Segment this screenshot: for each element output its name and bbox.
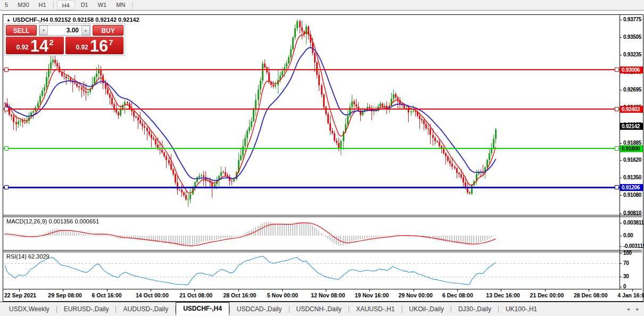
- sell-price-main: 14: [30, 38, 48, 54]
- price-level-tag: 0.91206: [620, 184, 643, 191]
- line-handle[interactable]: [4, 68, 9, 72]
- volume-increase-button[interactable]: ▲: [81, 26, 90, 35]
- line-handle[interactable]: [615, 107, 619, 111]
- price-axis-tick: 0.92695: [623, 87, 641, 93]
- timeframe-H1[interactable]: H1: [34, 0, 51, 10]
- tab-usdchf-h4[interactable]: USDCHF-,H4: [176, 302, 229, 315]
- chart-window: ▲USDCHF-,H4 0.92152 0.92158 0.92142 0.92…: [3, 14, 643, 302]
- timeframe-toolbar: 5M30H1H4D1W1MN: [0, 0, 644, 11]
- buy-price-button[interactable]: 0.92 16 7: [65, 37, 123, 54]
- axis-tick-mark: [620, 246, 622, 247]
- tab-eurusd-daily[interactable]: EURUSD-,Daily: [57, 303, 116, 315]
- timeframe-D1[interactable]: D1: [76, 0, 93, 10]
- date-axis-label: 22 Sep 2021: [4, 292, 36, 298]
- axis-tick-mark: [620, 263, 622, 264]
- date-axis-tick: [632, 289, 633, 292]
- date-axis-label: 21 Oct 08:00: [179, 292, 212, 298]
- macd-label: MACD(12,26,9) 0.001356 0.000651: [6, 218, 99, 224]
- price-level-tag: 0.93006: [620, 66, 643, 73]
- buy-price-main: 16: [90, 38, 108, 54]
- tab-scroll-arrows: ◄ ►: [626, 302, 640, 316]
- axis-tick-mark: [620, 20, 622, 20]
- rsi-name: RSI(14): [6, 253, 27, 260]
- date-axis-tick: [63, 289, 63, 292]
- axis-tick-mark: [620, 37, 622, 38]
- tab-usdx-weekly[interactable]: USDX,Weekly: [2, 303, 56, 315]
- date-axis-label: 13 Dec 16:00: [486, 292, 520, 298]
- price-level-tag: 0.92403: [620, 106, 643, 113]
- date-axis-tick: [107, 289, 108, 292]
- tab-scroll-right-icon[interactable]: ►: [635, 307, 640, 312]
- timeframe-M30[interactable]: M30: [13, 0, 34, 10]
- buy-button[interactable]: BUY: [93, 25, 123, 36]
- date-axis-tick: [326, 289, 326, 292]
- rsi-axis-label: 30: [623, 273, 629, 279]
- date-axis-label: 14 Oct 00:00: [136, 292, 169, 298]
- chart-title: ▲USDCHF-,H4 0.92152 0.92158 0.92142 0.92…: [6, 16, 139, 23]
- price-axis-tick: 0.93775: [623, 16, 641, 22]
- tab-uk100-h1[interactable]: UK100-,H1: [499, 303, 544, 315]
- tab-scroll-left-icon[interactable]: ◄: [626, 307, 630, 312]
- date-axis: 22 Sep 202129 Sep 08:006 Oct 16:0014 Oct…: [3, 289, 642, 301]
- line-handle[interactable]: [615, 185, 619, 189]
- volume-decrease-button[interactable]: ▼: [39, 26, 48, 35]
- rsi-panel[interactable]: RSI(14) 62.3029: [3, 252, 620, 289]
- date-axis-label: 19 Nov 16:00: [354, 292, 389, 298]
- volume-spinner: ▼ ▲: [39, 25, 90, 36]
- date-axis-label: 5 Nov 00:00: [267, 292, 298, 298]
- date-axis-label: 29 Nov 00:00: [399, 292, 433, 298]
- tab-dj30-daily[interactable]: DJ30-,Daily: [451, 303, 498, 315]
- date-axis-label: 28 Oct 16:00: [224, 292, 257, 298]
- line-handle[interactable]: [615, 68, 619, 72]
- sell-price-prefix: 0.92: [16, 44, 28, 51]
- axis-tick-mark: [620, 253, 622, 254]
- sell-price-button[interactable]: 0.92 14 2: [6, 37, 64, 54]
- macd-axis-label: 0.003811: [623, 220, 644, 226]
- horizontal-level-line[interactable]: [3, 148, 620, 149]
- axis-tick-mark: [620, 236, 622, 236]
- collapse-panel-icon[interactable]: ▲: [6, 18, 11, 22]
- price-axis-border: [620, 15, 620, 289]
- rsi-canvas: [3, 252, 620, 289]
- date-axis-tick: [194, 289, 195, 292]
- date-axis-tick: [369, 289, 370, 292]
- tab-audusd-daily[interactable]: AUDUSD-,Daily: [116, 303, 175, 315]
- toolbar-separator: [132, 2, 133, 9]
- axis-tick-mark: [620, 55, 622, 55]
- tab-xauusd-h1[interactable]: XAUUSD-,H1: [349, 303, 402, 315]
- tab-usdcnh-daily[interactable]: USDCNH-,Daily: [290, 303, 349, 315]
- timeframe-H4[interactable]: H4: [57, 1, 75, 10]
- price-axis-tick: 0.91620: [623, 157, 641, 163]
- rsi-axis-label: 70: [623, 260, 629, 266]
- line-handle[interactable]: [4, 185, 9, 189]
- timeframe-W1[interactable]: W1: [93, 0, 112, 10]
- price-axis-tick: 0.90810: [623, 210, 641, 216]
- sell-button[interactable]: SELL: [6, 25, 37, 36]
- timeframe-5[interactable]: 5: [0, 0, 13, 10]
- line-handle[interactable]: [4, 146, 9, 151]
- date-axis-tick: [414, 289, 414, 292]
- horizontal-level-line[interactable]: [3, 69, 620, 70]
- horizontal-level-line[interactable]: [3, 109, 620, 110]
- price-axis-tick: 0.93235: [623, 52, 641, 57]
- date-axis-label: 29 Sep 08:00: [48, 292, 82, 298]
- volume-input[interactable]: [48, 26, 81, 35]
- axis-tick-mark: [620, 287, 622, 287]
- line-handle[interactable]: [4, 107, 9, 111]
- horizontal-level-line[interactable]: [3, 187, 620, 188]
- timeframe-MN[interactable]: MN: [111, 0, 130, 10]
- date-axis-label: 12 Nov 08:00: [311, 292, 345, 298]
- macd-axis-label: -0.003115: [623, 243, 644, 249]
- axis-tick-mark: [620, 178, 622, 178]
- line-handle[interactable]: [615, 146, 619, 151]
- tab-ukoil-daily[interactable]: UKOil-,Daily: [402, 303, 451, 315]
- axis-tick-mark: [620, 223, 622, 223]
- chart-ohlc-values: 0.92152 0.92158 0.92142 0.92142: [50, 16, 139, 23]
- chart-symbol-timeframe: USDCHF-,H4: [13, 16, 48, 23]
- buy-price-prefix: 0.92: [76, 44, 88, 51]
- rsi-axis-label: 100: [623, 250, 632, 256]
- tab-usdcad-daily[interactable]: USDCAD-,Daily: [230, 303, 289, 315]
- date-axis-tick: [19, 289, 20, 292]
- rsi-value: 62.3029: [28, 253, 49, 260]
- macd-panel[interactable]: MACD(12,26,9) 0.001356 0.000651: [3, 217, 620, 250]
